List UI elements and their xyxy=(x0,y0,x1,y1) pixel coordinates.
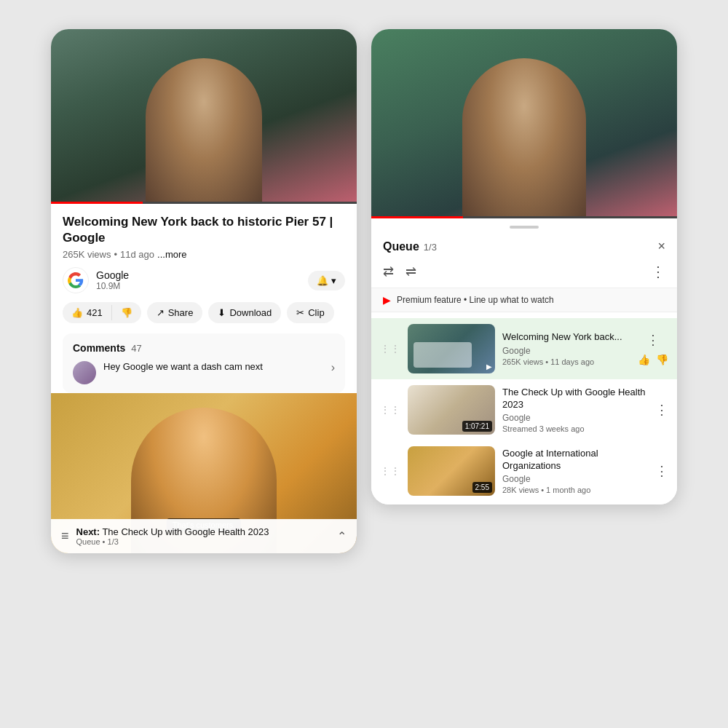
clip-label: Clip xyxy=(308,307,324,318)
queue-item-1-like-row: 👍 👎 xyxy=(638,354,668,365)
comment-expand-icon[interactable]: › xyxy=(331,361,335,374)
queue-item-1-more[interactable]: ⋮ xyxy=(646,332,660,348)
drag-dots-icon: ⋮⋮ xyxy=(380,343,400,355)
share-label: Share xyxy=(168,307,194,318)
shuffle-button[interactable]: ⇌ xyxy=(405,264,416,280)
queue-item-3-meta: 28K views • 1 month ago xyxy=(502,486,648,494)
queue-item-1-actions: ⋮ 👍 👎 xyxy=(638,332,668,365)
comment-avatar xyxy=(73,361,96,384)
next-video-banner: ≡ Next: The Check Up with Google Health … xyxy=(51,519,357,553)
queue-more-button[interactable]: ⋮ xyxy=(651,263,665,280)
right-phone: Queue 1/3 × ⇄ ⇌ ⋮ ▶ Premium feature • Li… xyxy=(371,29,677,505)
dislike-button[interactable]: 👎 xyxy=(112,302,141,323)
channel-info: Google 10.9M xyxy=(63,267,129,293)
queue-item-3-channel: Google xyxy=(502,474,648,484)
comment-text: Hey Google we want a dash cam next xyxy=(103,361,324,372)
queue-item[interactable]: ⋮⋮ 2:55 Google at International Organiza… xyxy=(371,440,677,502)
queue-item-1-channel: Google xyxy=(502,346,630,356)
queue-item-2-more[interactable]: ⋮ xyxy=(655,402,668,418)
next-video-info: Next: The Check Up with Google Health 20… xyxy=(76,526,269,546)
queue-title: Queue xyxy=(383,240,419,253)
notification-button[interactable]: 🔔 ▾ xyxy=(308,271,345,290)
channel-logo[interactable] xyxy=(63,267,89,293)
video-progress-bar xyxy=(51,202,357,204)
channel-subs: 10.9M xyxy=(96,281,129,291)
queue-drag-handle[interactable] xyxy=(510,226,539,229)
queue-panel: Queue 1/3 × ⇄ ⇌ ⋮ ▶ Premium feature • Li… xyxy=(371,218,677,505)
more-button[interactable]: ...more xyxy=(157,249,186,260)
right-video-thumbnail[interactable] xyxy=(371,29,677,218)
next-video-title: The Check Up with Google Health 2023 xyxy=(102,526,269,537)
like-count: 421 xyxy=(87,307,103,318)
left-video-content: Welcoming New York back to historic Pier… xyxy=(51,204,357,393)
share-button[interactable]: ↗ Share xyxy=(147,302,203,323)
comments-label: Comments xyxy=(73,342,125,354)
next-queue-position: 1/3 xyxy=(108,537,119,546)
queue-close-button[interactable]: × xyxy=(657,239,665,254)
queue-title-row: Queue 1/3 xyxy=(383,240,437,253)
right-video-person xyxy=(462,58,586,218)
left-video-title: Welcoming New York back to historic Pier… xyxy=(63,214,345,246)
queue-item-2-title: The Check Up with Google Health 2023 xyxy=(502,387,648,411)
premium-text: Premium feature • Line up what to watch xyxy=(397,295,554,305)
queue-ctrl-left: ⇄ ⇌ xyxy=(383,264,416,280)
share-icon: ↗ xyxy=(157,307,165,318)
channel-text: Google 10.9M xyxy=(96,269,129,291)
right-progress-filled xyxy=(371,216,463,218)
video-person-figure xyxy=(146,58,262,204)
queue-thumb-3: 2:55 xyxy=(408,446,495,496)
queue-icon: ≡ xyxy=(61,529,69,544)
next-expand-chevron[interactable]: ⌃ xyxy=(337,529,347,543)
next-label: Next: xyxy=(76,526,100,537)
download-button[interactable]: ⬇ Download xyxy=(208,302,281,323)
duration-badge: 1:07:21 xyxy=(462,421,492,432)
clip-icon: ✂ xyxy=(296,307,304,318)
left-video-meta: 265K views • 11d ago ...more xyxy=(63,249,345,260)
video-progress-filled xyxy=(51,202,143,204)
queue-item-3-more[interactable]: ⋮ xyxy=(655,463,668,479)
queue-item-2-meta: Streamed 3 weeks ago xyxy=(502,424,648,433)
comments-count: 47 xyxy=(131,343,141,354)
next-video-thumbnail[interactable]: That's customers. ≡ Next: The Check Up w… xyxy=(51,393,357,553)
view-count: 265K views xyxy=(63,249,111,260)
queue-item[interactable]: ⋮⋮ 1:07:21 The Check Up with Google Heal… xyxy=(371,379,677,440)
premium-banner: ▶ Premium feature • Line up what to watc… xyxy=(371,288,677,312)
queue-item-2-info: The Check Up with Google Health 2023 Goo… xyxy=(502,387,648,434)
like-button[interactable]: 👍 421 xyxy=(63,302,111,323)
dot-separator: • xyxy=(114,249,117,260)
drag-dots-icon: ⋮⋮ xyxy=(380,404,400,416)
channel-name[interactable]: Google xyxy=(96,269,129,281)
next-queue-info: Queue • 1/3 xyxy=(76,537,269,546)
thumbs-down-icon: 👎 xyxy=(121,307,132,318)
app-container: Welcoming New York back to historic Pier… xyxy=(0,0,728,728)
queue-thumb-1: ▶ xyxy=(408,324,495,373)
drag-dots-icon: ⋮⋮ xyxy=(380,465,400,477)
next-video-label: Next: The Check Up with Google Health 20… xyxy=(76,526,269,537)
bell-icon: 🔔 xyxy=(317,275,328,286)
queue-item-3-info: Google at International Organizations Go… xyxy=(502,448,648,495)
queue-list: ⋮⋮ ▶ Welcoming New York back... Google 2… xyxy=(371,315,677,505)
queue-item-3-title: Google at International Organizations xyxy=(502,448,648,472)
left-video-thumbnail[interactable] xyxy=(51,29,357,204)
right-progress-bar xyxy=(371,216,677,218)
left-phone: Welcoming New York back to historic Pier… xyxy=(51,29,357,553)
queue-item-2-channel: Google xyxy=(502,413,648,423)
queue-item-1-meta: 265K views • 11 days ago xyxy=(502,357,630,366)
queue-like-icon[interactable]: 👍 xyxy=(638,354,650,365)
queue-item[interactable]: ⋮⋮ ▶ Welcoming New York back... Google 2… xyxy=(371,318,677,379)
premium-icon: ▶ xyxy=(383,294,391,306)
next-queue-dot: • xyxy=(103,537,108,546)
queue-dislike-icon[interactable]: 👎 xyxy=(656,354,668,365)
notif-chevron: ▾ xyxy=(331,275,336,286)
action-row: 👍 421 👎 ↗ Share ⬇ Download xyxy=(63,302,345,323)
download-label: Download xyxy=(229,307,272,318)
google-logo-icon xyxy=(68,272,84,288)
channel-row: Google 10.9M 🔔 ▾ xyxy=(63,267,345,293)
clip-button[interactable]: ✂ Clip xyxy=(287,302,333,323)
thumbs-up-icon: 👍 xyxy=(71,307,83,318)
next-banner-left: ≡ Next: The Check Up with Google Health … xyxy=(61,526,269,546)
loop-button[interactable]: ⇄ xyxy=(383,264,394,280)
comments-section[interactable]: Comments 47 Hey Google we want a dash ca… xyxy=(63,333,345,393)
queue-position: 1/3 xyxy=(424,242,437,253)
play-icon: ▶ xyxy=(486,363,492,371)
